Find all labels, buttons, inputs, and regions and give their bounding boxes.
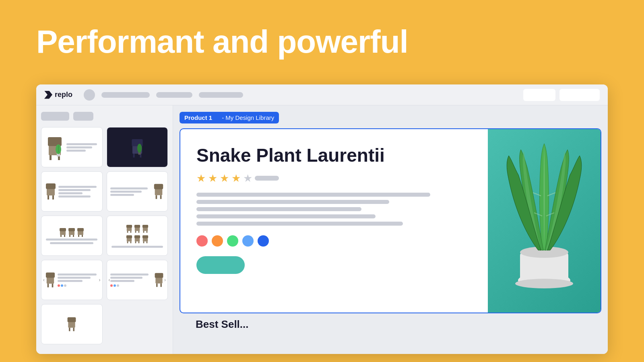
thumbnail-6[interactable] [107,216,168,256]
chrome-action-btn-2[interactable] [559,89,600,101]
plant-illustration [488,129,601,313]
product-label-bold: Product 1 [180,112,217,123]
svg-rect-29 [78,231,83,235]
bottom-text: Best Sell... [196,318,249,331]
svg-rect-37 [135,227,140,231]
thumbnail-8[interactable]: ‹ [107,260,168,300]
browser-chrome: replo [36,84,608,105]
svg-rect-21 [60,231,66,235]
svg-rect-1 [48,137,62,146]
replo-logo: replo [44,90,72,99]
desc-line-2 [196,200,389,204]
browser-body: ‹ [36,105,608,354]
color-swatches [196,235,472,247]
svg-point-72 [515,279,573,288]
svg-rect-65 [68,322,75,328]
svg-rect-49 [135,238,140,241]
svg-rect-46 [126,235,132,238]
replo-icon [44,91,52,99]
product-info: Snake Plant Laurentii ★ ★ ★ ★ ★ [180,129,488,313]
svg-rect-55 [143,241,144,243]
star-4: ★ [231,172,241,185]
swatch-light-blue[interactable] [242,235,254,247]
swatch-blue[interactable] [258,235,269,247]
svg-rect-15 [47,195,49,200]
chrome-dot [84,89,95,101]
desc-line-5 [196,222,403,226]
svg-rect-58 [46,273,55,278]
product-label-rest: - My Design Library [217,112,279,123]
svg-rect-47 [127,241,128,243]
svg-rect-25 [69,231,74,235]
swatch-red[interactable] [196,235,208,247]
thumbnail-grid: ‹ [41,127,168,344]
thumbnail-9[interactable] [41,304,103,344]
star-5: ★ [243,172,252,185]
svg-rect-59 [47,284,49,287]
toolbar-pill-1[interactable] [41,112,69,121]
svg-rect-64 [160,284,161,287]
toolbar-pill-2[interactable] [73,112,93,121]
svg-rect-50 [134,235,140,238]
thumbnail-7[interactable]: ‹ [41,260,103,300]
svg-rect-36 [130,231,131,232]
product-card: Snake Plant Laurentii ★ ★ ★ ★ ★ [180,128,601,313]
svg-rect-41 [143,227,148,231]
svg-rect-63 [156,284,157,287]
svg-rect-13 [47,189,55,195]
hero-title: Performant and powerful [36,24,408,60]
chrome-pill-3 [199,92,243,98]
svg-rect-44 [146,231,147,232]
thumbnail-2[interactable] [107,127,168,167]
svg-rect-34 [126,225,132,228]
description-lines [196,193,472,226]
svg-rect-18 [154,184,163,189]
product-name: Snake Plant Laurentii [196,145,472,166]
chrome-btn-group [523,89,600,101]
svg-rect-17 [155,189,163,195]
chrome-action-btn-1[interactable] [523,89,555,101]
svg-rect-28 [73,235,74,237]
star-1: ★ [196,172,206,185]
svg-rect-14 [46,183,56,189]
svg-rect-9 [133,154,134,158]
desc-line-4 [196,214,376,218]
star-2: ★ [208,172,217,185]
svg-rect-27 [69,235,70,237]
svg-point-12 [137,144,142,152]
product-label-bar: Product 1 - My Design Library [180,112,601,123]
svg-rect-23 [60,235,62,237]
product-image [488,129,601,313]
stars-bar [255,176,279,181]
svg-rect-30 [77,228,84,231]
swatch-orange[interactable] [212,235,223,247]
add-to-cart-button[interactable] [196,256,245,274]
svg-rect-31 [78,235,79,237]
svg-rect-67 [69,328,70,331]
thumbnail-1[interactable] [41,127,103,167]
svg-rect-35 [127,231,128,232]
thumbnail-4[interactable] [107,171,168,212]
svg-rect-68 [73,328,74,331]
sidebar-toolbar [41,112,168,121]
svg-rect-45 [127,238,132,241]
browser-window: replo [36,84,608,354]
svg-rect-54 [142,235,148,238]
svg-rect-38 [134,225,140,228]
svg-rect-22 [60,228,66,231]
chrome-pill-2 [156,92,192,98]
main-content: Product 1 - My Design Library Snake Plan… [173,105,608,354]
svg-rect-60 [52,284,54,287]
svg-rect-62 [155,273,163,278]
svg-rect-52 [138,241,139,243]
thumbnail-5[interactable] [41,216,103,256]
svg-rect-57 [47,278,54,284]
swatch-green[interactable] [227,235,238,247]
thumbnail-3[interactable] [41,171,103,212]
svg-rect-53 [143,238,148,241]
svg-rect-24 [64,235,65,237]
replo-logo-text: replo [55,90,72,99]
stars-row: ★ ★ ★ ★ ★ [196,172,472,185]
svg-rect-20 [160,195,162,199]
svg-rect-32 [82,235,83,237]
